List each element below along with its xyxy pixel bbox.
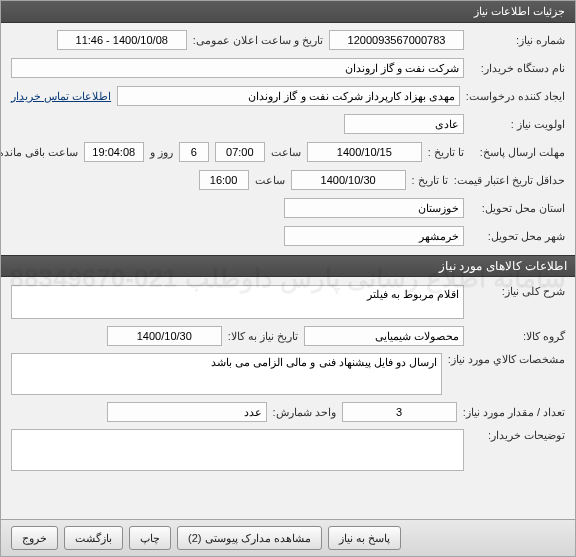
respond-button[interactable]: پاسخ به نیاز: [328, 526, 401, 550]
row-creator: ایجاد کننده درخواست: اطلاعات تماس خریدار: [11, 85, 565, 107]
row-general-desc: شرح کلی نیاز:: [11, 285, 565, 319]
specs-field: [11, 353, 442, 395]
label-province: استان محل تحویل:: [470, 202, 565, 215]
validity-time-field: [199, 170, 249, 190]
label-creator: ایجاد کننده درخواست:: [466, 90, 565, 103]
attachments-button[interactable]: مشاهده مدارک پیوستی (2): [177, 526, 322, 550]
validity-date-field: [291, 170, 406, 190]
need-details-window: جزئیات اطلاعات نیاز شماره نیاز: تاریخ و …: [0, 0, 576, 557]
label-general-desc: شرح کلی نیاز:: [470, 285, 565, 298]
label-to-date-2: تا تاریخ :: [412, 174, 448, 187]
label-validity: حداقل تاریخ اعتبار قیمت:: [454, 174, 565, 187]
label-to-date-1: تا تاریخ :: [428, 146, 464, 159]
label-need-no: شماره نیاز:: [470, 34, 565, 47]
label-priority: اولویت نیاز :: [470, 118, 565, 131]
goods-group-field: [304, 326, 464, 346]
label-announce-date: تاریخ و ساعت اعلان عمومی:: [193, 34, 323, 47]
qty-field: [342, 402, 457, 422]
print-button[interactable]: چاپ: [129, 526, 171, 550]
priority-field: [344, 114, 464, 134]
row-priority: اولویت نیاز :: [11, 113, 565, 135]
label-buyer-org: نام دستگاه خریدار:: [470, 62, 565, 75]
window-title: جزئیات اطلاعات نیاز: [474, 5, 565, 18]
row-buyer-notes: توضیحات خریدار:: [11, 429, 565, 471]
label-remaining: ساعت باقی مانده: [1, 146, 78, 159]
exit-button[interactable]: خروج: [11, 526, 58, 550]
goods-need-date-field: [107, 326, 222, 346]
hours-left-field: [84, 142, 144, 162]
announce-date-field: [57, 30, 187, 50]
back-button[interactable]: بازگشت: [64, 526, 123, 550]
row-goods-group: گروه کالا: تاریخ نیاز به کالا:: [11, 325, 565, 347]
city-field: [284, 226, 464, 246]
label-deadline: مهلت ارسال پاسخ:: [470, 146, 565, 159]
row-province: استان محل تحویل:: [11, 197, 565, 219]
days-left-field: [179, 142, 209, 162]
buyer-notes-field: [11, 429, 464, 471]
province-field: [284, 198, 464, 218]
deadline-time-field: [215, 142, 265, 162]
label-buyer-notes: توضیحات خریدار:: [470, 429, 565, 442]
label-city: شهر محل تحویل:: [470, 230, 565, 243]
row-deadline: مهلت ارسال پاسخ: تا تاریخ : ساعت روز و س…: [11, 141, 565, 163]
footer-toolbar: خروج بازگشت چاپ مشاهده مدارک پیوستی (2) …: [1, 519, 575, 556]
row-qty: تعداد / مقدار مورد نیاز: واحد شمارش:: [11, 401, 565, 423]
creator-field: [117, 86, 460, 106]
label-count-unit: واحد شمارش:: [273, 406, 336, 419]
label-specs: مشخصات كالاي مورد نياز:: [448, 353, 565, 366]
count-unit-field: [107, 402, 267, 422]
row-specs: مشخصات كالاي مورد نياز:: [11, 353, 565, 395]
row-city: شهر محل تحویل:: [11, 225, 565, 247]
buyer-contact-link[interactable]: اطلاعات تماس خریدار: [11, 90, 111, 103]
row-validity: حداقل تاریخ اعتبار قیمت: تا تاریخ : ساعت: [11, 169, 565, 191]
buyer-org-field: [11, 58, 464, 78]
row-buyer-org: نام دستگاه خریدار:: [11, 57, 565, 79]
label-time-2: ساعت: [255, 174, 285, 187]
need-no-field: [329, 30, 464, 50]
general-desc-field: [11, 285, 464, 319]
window-titlebar: جزئیات اطلاعات نیاز: [1, 1, 575, 23]
window-content: شماره نیاز: تاریخ و ساعت اعلان عمومی: نا…: [1, 23, 575, 519]
label-goods-group: گروه کالا:: [470, 330, 565, 343]
label-qty: تعداد / مقدار مورد نیاز:: [463, 406, 565, 419]
label-days-and: روز و: [150, 146, 173, 159]
row-need-no: شماره نیاز: تاریخ و ساعت اعلان عمومی:: [11, 29, 565, 51]
label-time-1: ساعت: [271, 146, 301, 159]
section-goods-header: اطلاعات کالاهای مورد نیاز: [1, 255, 575, 277]
label-goods-need-date: تاریخ نیاز به کالا:: [228, 330, 298, 343]
deadline-date-field: [307, 142, 422, 162]
